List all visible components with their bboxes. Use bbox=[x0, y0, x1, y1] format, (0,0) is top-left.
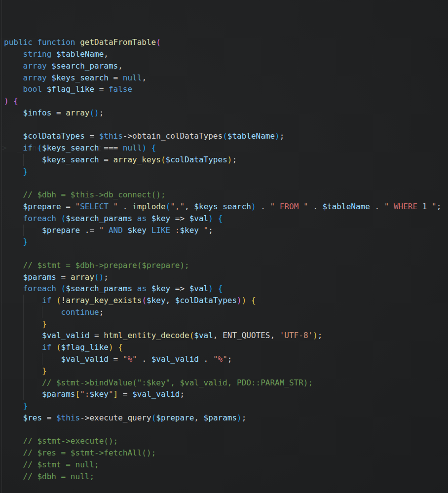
code-line[interactable]: $prepare = "SELECT " . implode(",", $key… bbox=[4, 201, 448, 213]
code-token: implode bbox=[132, 202, 165, 211]
code-token bbox=[4, 61, 23, 71]
code-token: . bbox=[256, 202, 270, 211]
code-token: ; bbox=[242, 413, 247, 422]
code-token: } bbox=[23, 401, 28, 411]
code-line[interactable]: $res = $this->execute_query($prepare, $p… bbox=[4, 412, 448, 424]
code-token: ) bbox=[237, 413, 242, 422]
code-token: = bbox=[99, 155, 113, 164]
code-line[interactable]: // $stmt = null; bbox=[4, 459, 448, 471]
code-line[interactable]: // $stmt->bindValue(":$key", $val_valid,… bbox=[4, 377, 448, 389]
code-line[interactable]: bool $flag_like = false bbox=[4, 83, 448, 95]
code-token: // $dbh = $this->db_connect(); bbox=[23, 190, 166, 199]
code-line[interactable]: ) { bbox=[4, 95, 448, 107]
code-token: . bbox=[370, 202, 384, 211]
code-line[interactable]: public function getDataFromTable( bbox=[4, 37, 448, 48]
code-token: ! bbox=[61, 296, 66, 305]
code-token: ( bbox=[223, 131, 227, 141]
code-line[interactable] bbox=[4, 424, 448, 436]
code-token: " bbox=[299, 202, 308, 211]
code-token: ) bbox=[208, 214, 213, 223]
code-token: ( bbox=[61, 214, 66, 223]
code-line[interactable]: // $stmt = $dbh->prepare($prepare); bbox=[4, 260, 448, 271]
indent-guide bbox=[23, 318, 24, 330]
code-token: . bbox=[137, 354, 151, 364]
code-token: ( bbox=[189, 331, 194, 340]
code-line[interactable]: } bbox=[4, 166, 448, 178]
code-token: array_key_exists bbox=[66, 296, 142, 305]
code-token: ( bbox=[56, 342, 61, 352]
code-token: // $stmt->bindValue(":$key", $val_valid,… bbox=[42, 378, 313, 387]
code-token bbox=[4, 413, 23, 422]
code-line[interactable]: if ($flag_like) { bbox=[4, 341, 448, 353]
code-token: $val_valid bbox=[132, 389, 180, 399]
code-line[interactable]: $params[":$key"] = $val_valid; bbox=[4, 388, 448, 400]
code-line[interactable] bbox=[4, 248, 448, 260]
code-line[interactable]: string $tableName, bbox=[4, 48, 448, 60]
code-line[interactable]: } bbox=[4, 318, 448, 330]
code-line[interactable]: // $stmt->execute(); bbox=[4, 435, 448, 447]
code-token: $search_params bbox=[66, 284, 132, 293]
code-token: " bbox=[427, 202, 436, 211]
code-token: $res bbox=[23, 413, 42, 422]
indent-guide bbox=[23, 341, 24, 353]
code-token: , bbox=[118, 61, 123, 71]
code-line[interactable]: continue; bbox=[4, 306, 448, 318]
code-line[interactable]: foreach ($search_params as $key => $val)… bbox=[4, 213, 448, 225]
code-token bbox=[132, 284, 137, 293]
editor-left-guide bbox=[1, 0, 2, 493]
code-token: bool bbox=[23, 84, 42, 94]
code-token: html_entity_decode bbox=[104, 331, 189, 340]
code-editor[interactable]: public function getDataFromTable( string… bbox=[0, 0, 448, 493]
code-token: // $stmt = $dbh->prepare($prepare); bbox=[23, 261, 189, 270]
code-line[interactable]: $val_valid = "%" . $val_valid . "%"; bbox=[4, 353, 448, 365]
code-line[interactable]: // $res = $stmt->fetchAll(); bbox=[4, 447, 448, 459]
code-token: $keys_search bbox=[194, 202, 251, 211]
code-token: ) bbox=[237, 296, 242, 305]
code-token bbox=[4, 167, 23, 176]
code-token bbox=[147, 143, 151, 152]
indent-guide bbox=[42, 353, 42, 365]
code-token bbox=[147, 284, 151, 293]
code-line[interactable] bbox=[4, 119, 448, 131]
code-token: SELECT bbox=[80, 202, 109, 211]
code-token: = bbox=[89, 331, 104, 340]
code-line[interactable]: if (!array_key_exists($key, $colDataType… bbox=[4, 295, 448, 306]
code-line[interactable]: $keys_search = array_keys($colDataTypes)… bbox=[4, 154, 448, 166]
code-token: ; bbox=[104, 272, 109, 282]
code-token: $infos bbox=[23, 108, 52, 117]
code-line[interactable] bbox=[4, 482, 448, 493]
code-line[interactable]: array $search_params, bbox=[4, 60, 448, 72]
code-token: // $res = $stmt->fetchAll(); bbox=[23, 448, 156, 457]
code-line[interactable]: } bbox=[4, 236, 448, 248]
code-token: , bbox=[166, 296, 175, 305]
code-token: " bbox=[384, 202, 394, 211]
code-token: ) { bbox=[4, 96, 18, 106]
code-line[interactable]: // $dbh = null; bbox=[4, 471, 448, 483]
code-token: $val_valid bbox=[61, 354, 109, 364]
code-token: " bbox=[213, 354, 218, 364]
code-line[interactable]: $colDataTypes = $this->obtain_colDataTyp… bbox=[4, 130, 448, 142]
code-token: ; bbox=[227, 354, 232, 364]
indent-guide bbox=[23, 154, 24, 166]
code-line[interactable]: // $dbh = $this->db_connect(); bbox=[4, 189, 448, 201]
code-line[interactable]: array $keys_search = null, bbox=[4, 72, 448, 84]
code-token: $val bbox=[194, 331, 213, 340]
code-token: = bbox=[109, 73, 123, 82]
code-token bbox=[4, 261, 23, 270]
code-line[interactable]: } bbox=[4, 400, 448, 412]
code-token: ] bbox=[113, 389, 118, 399]
code-token: $val bbox=[189, 214, 209, 223]
code-token bbox=[4, 49, 23, 59]
code-line[interactable] bbox=[4, 178, 448, 190]
code-line[interactable]: $prepare .= " AND $key LIKE :$key "; bbox=[4, 225, 448, 236]
code-line[interactable]: foreach ($search_params as $key => $val)… bbox=[4, 283, 448, 295]
code-token bbox=[132, 214, 137, 223]
code-token: ) bbox=[142, 143, 147, 152]
code-line[interactable]: $infos = array(); bbox=[4, 107, 448, 119]
code-line[interactable]: $params = array(); bbox=[4, 271, 448, 283]
code-token: " bbox=[270, 202, 280, 211]
code-token: $val bbox=[189, 284, 209, 293]
code-token: = bbox=[109, 354, 123, 364]
code-line[interactable]: } bbox=[4, 365, 448, 377]
code-line[interactable]: $val_valid = html_entity_decode($val, EN… bbox=[4, 330, 448, 341]
